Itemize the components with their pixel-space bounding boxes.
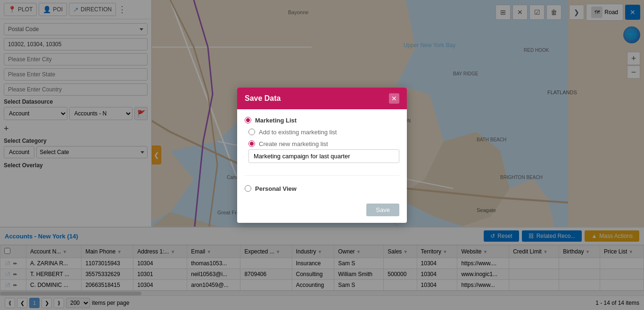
modal-save-button[interactable]: Save <box>366 204 399 216</box>
personal-view-option[interactable]: Personal View <box>245 185 399 192</box>
marketing-list-option[interactable]: Marketing List <box>245 117 399 124</box>
personal-view-radio[interactable] <box>245 185 251 192</box>
modal-close-button[interactable]: ✕ <box>389 93 399 104</box>
marketing-list-radio[interactable] <box>245 117 251 123</box>
create-new-label: Create new marketing list <box>259 140 328 147</box>
create-new-row: Create new marketing list <box>245 140 399 166</box>
create-new-radio[interactable] <box>248 140 255 147</box>
save-data-modal: Save Data ✕ Marketing List Add to existi… <box>237 88 407 223</box>
add-existing-row: Add to existing marketing list <box>245 129 399 136</box>
create-new-option[interactable]: Create new marketing list <box>248 140 399 147</box>
add-existing-radio[interactable] <box>248 129 255 135</box>
modal-header: Save Data ✕ <box>237 88 407 109</box>
add-existing-option[interactable]: Add to existing marketing list <box>248 129 399 136</box>
campaign-name-input[interactable] <box>248 149 399 163</box>
modal-divider <box>245 175 399 176</box>
marketing-list-label: Marketing List <box>255 117 297 124</box>
modal-footer: Save <box>237 200 407 223</box>
modal-body: Marketing List Add to existing marketing… <box>237 109 407 200</box>
save-options-group: Marketing List Add to existing marketing… <box>245 117 399 192</box>
modal-title: Save Data <box>245 94 281 103</box>
modal-overlay[interactable]: Save Data ✕ Marketing List Add to existi… <box>0 0 644 310</box>
add-existing-label: Add to existing marketing list <box>259 129 337 136</box>
personal-view-label: Personal View <box>255 185 297 192</box>
